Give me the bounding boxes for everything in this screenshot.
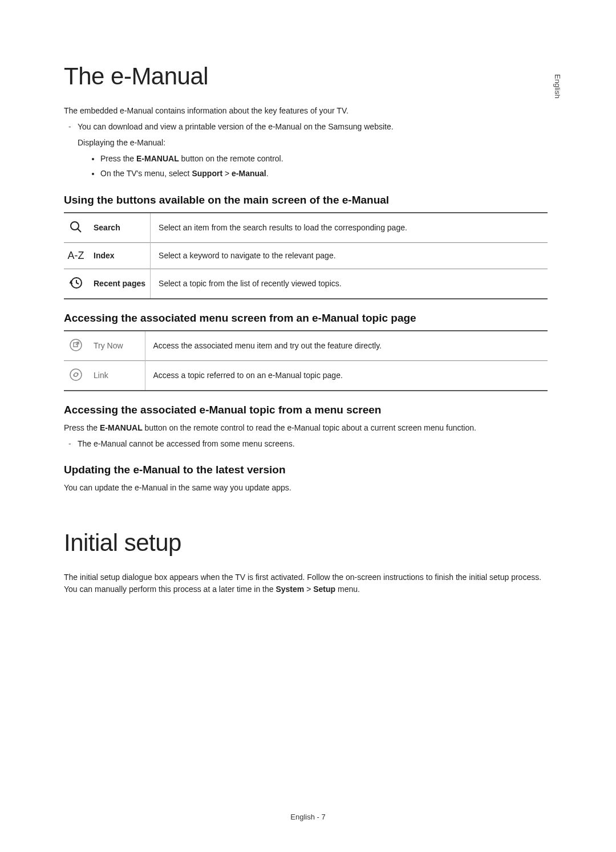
row-desc: Select a topic from the list of recently… <box>151 269 548 299</box>
text: > <box>304 585 313 594</box>
table-row: Try Now Access the associated menu item … <box>64 331 548 361</box>
row-desc: Select an item from the search results t… <box>151 213 548 243</box>
row-label: Try Now <box>88 331 145 361</box>
access-menu-note-list: The e-Manual cannot be accessed from som… <box>64 437 548 451</box>
table-row: A-Z Index Select a keyword to navigate t… <box>64 242 548 269</box>
side-language-label: English <box>553 74 562 99</box>
svg-point-6 <box>70 369 82 380</box>
step-press-emanual: Press the E-MANUAL button on the remote … <box>100 151 548 167</box>
menu-setup: Setup <box>313 585 335 594</box>
download-note-list: You can download and view a printable ve… <box>64 120 548 134</box>
section1-title: The e-Manual <box>64 63 548 90</box>
displaying-label: Displaying the e-Manual: <box>64 136 548 150</box>
menu-support: Support <box>192 169 222 178</box>
text: button on the remote control. <box>179 154 283 163</box>
text: Press the <box>100 154 136 163</box>
try-now-icon <box>64 331 88 361</box>
text: Press the <box>64 423 100 432</box>
emanual-button-name: E-MANUAL <box>136 154 179 163</box>
text: > <box>222 169 232 178</box>
index-icon: A-Z <box>64 242 88 269</box>
row-label: Index <box>88 242 151 269</box>
table-row: Recent pages Select a topic from the lis… <box>64 269 548 299</box>
text: menu. <box>335 585 360 594</box>
download-note: You can download and view a printable ve… <box>64 120 548 134</box>
h2-access-menu: Accessing the associated e-Manual topic … <box>64 404 548 416</box>
text: button on the remote control to read the… <box>143 423 476 432</box>
step-menu-support: On the TV's menu, select Support > e-Man… <box>100 166 548 181</box>
h2-update: Updating the e-Manual to the latest vers… <box>64 464 548 476</box>
update-text: You can update the e-Manual in the same … <box>64 482 548 494</box>
row-label: Search <box>88 213 151 243</box>
svg-point-0 <box>71 222 79 230</box>
page-content: The e-Manual The embedded e-Manual conta… <box>64 63 548 599</box>
main-screen-buttons-table: Search Select an item from the search re… <box>64 212 548 299</box>
page-footer: English - 7 <box>0 813 616 821</box>
recent-icon <box>64 269 88 299</box>
access-menu-text: Press the E-MANUAL button on the remote … <box>64 422 548 434</box>
row-label: Recent pages <box>88 269 151 299</box>
row-label: Link <box>88 360 145 391</box>
table-row: Link Access a topic referred to on an e-… <box>64 360 548 391</box>
text: On the TV's menu, select <box>100 169 192 178</box>
section2-text: The initial setup dialogue box appears w… <box>64 571 548 595</box>
menu-system: System <box>275 585 304 594</box>
displaying-steps: Press the E-MANUAL button on the remote … <box>64 151 548 181</box>
text: . <box>266 169 269 178</box>
menu-emanual: e-Manual <box>232 169 266 178</box>
h2-access-topic: Accessing the associated menu screen fro… <box>64 312 548 324</box>
row-desc: Select a keyword to navigate to the rele… <box>151 242 548 269</box>
section2: Initial setup The initial setup dialogue… <box>64 529 548 595</box>
row-desc: Access a topic referred to on an e-Manua… <box>145 360 548 391</box>
row-desc: Access the associated menu item and try … <box>145 331 548 361</box>
h2-buttons: Using the buttons available on the main … <box>64 194 548 206</box>
table-row: Search Select an item from the search re… <box>64 213 548 243</box>
access-menu-note: The e-Manual cannot be accessed from som… <box>64 437 548 451</box>
section2-title: Initial setup <box>64 529 548 557</box>
topic-page-buttons-table: Try Now Access the associated menu item … <box>64 330 548 391</box>
svg-line-1 <box>78 229 81 232</box>
intro-text: The embedded e-Manual contains informati… <box>64 105 548 117</box>
search-icon <box>64 213 88 243</box>
link-icon <box>64 360 88 391</box>
emanual-button-name: E-MANUAL <box>100 423 143 432</box>
